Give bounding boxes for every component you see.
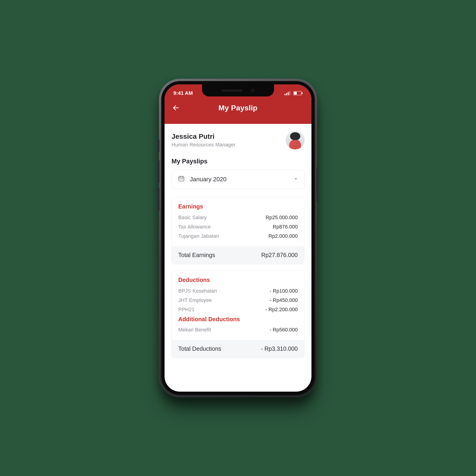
deductions-row: BPJS Kesehatan - Rp100.000 [178, 288, 298, 294]
chevron-down-icon [293, 176, 298, 183]
additional-deductions-heading: Additional Deductions [178, 316, 298, 323]
deductions-row: Mekari Benefit - Rp560.000 [178, 327, 298, 333]
deductions-total: Total Deductions - Rp3.310.000 [172, 340, 304, 358]
period-label: January 2020 [190, 176, 289, 183]
profile-role: Human Resources Manager [171, 142, 236, 148]
deductions-heading: Deductions [178, 277, 298, 283]
svg-rect-1 [286, 93, 287, 95]
svg-rect-3 [289, 91, 290, 95]
avatar[interactable] [286, 131, 305, 150]
phone-frame: 9:41 AM [159, 79, 317, 397]
phone-side-button [158, 160, 159, 183]
earnings-heading: Earnings [178, 203, 298, 210]
svg-rect-2 [288, 92, 289, 95]
row-label: Mekari Benefit [178, 327, 211, 333]
row-label: JHT Employee [178, 297, 212, 303]
total-value: Rp27.876.000 [261, 252, 298, 258]
row-value: Rp25.000.000 [266, 215, 298, 221]
row-label: BPJS Kesehatan [178, 288, 217, 294]
row-label: PPH21 [178, 306, 195, 313]
profile-name: Jessica Putri [171, 133, 236, 140]
svg-point-11 [180, 179, 181, 180]
deductions-row: JHT Employee - Rp450.000 [178, 297, 298, 303]
deductions-row: PPH21 - Rp2.200.000 [178, 306, 298, 313]
earnings-row: Basic Salary Rp25.000.000 [178, 215, 298, 221]
row-value: - Rp560.000 [270, 327, 298, 333]
row-label: Basic Salary [178, 215, 207, 221]
total-label: Total Earnings [178, 252, 215, 258]
back-button[interactable] [170, 102, 181, 113]
phone-side-button [158, 188, 159, 211]
earnings-total: Total Earnings Rp27.876.000 [172, 246, 304, 264]
deductions-card: Deductions BPJS Kesehatan - Rp100.000 JH… [171, 270, 305, 358]
earnings-card: Earnings Basic Salary Rp25.000.000 Tax A… [171, 197, 305, 264]
total-value: - Rp3.310.000 [261, 345, 298, 352]
calendar-icon [178, 175, 185, 184]
battery-icon [293, 91, 303, 95]
row-value: - Rp450.000 [270, 297, 298, 303]
arrow-left-icon [172, 104, 180, 112]
svg-rect-0 [285, 94, 285, 95]
svg-rect-5 [302, 92, 303, 94]
period-select[interactable]: January 2020 [171, 170, 305, 189]
row-label: Tujangan Jabatan [178, 233, 219, 239]
screen: 9:41 AM [165, 84, 311, 392]
phone-side-button [317, 167, 318, 202]
phone-notch [202, 84, 274, 96]
row-value: Rp876.000 [273, 224, 298, 230]
profile-section: Jessica Putri Human Resources Manager [171, 131, 305, 150]
row-value: Rp2.000.000 [269, 233, 298, 239]
status-time: 9:41 AM [173, 90, 193, 96]
row-label: Tax Allowance [178, 224, 211, 230]
phone-side-button [158, 139, 159, 152]
svg-point-12 [181, 179, 182, 180]
content: Jessica Putri Human Resources Manager My… [165, 124, 311, 358]
svg-point-13 [182, 179, 183, 180]
row-value: - Rp100.000 [270, 288, 298, 294]
total-label: Total Deductions [178, 345, 221, 352]
svg-rect-6 [294, 92, 297, 95]
signal-icon [285, 91, 291, 95]
section-title: My Payslips [171, 158, 305, 165]
earnings-row: Tujangan Jabatan Rp2.000.000 [178, 233, 298, 239]
earnings-row: Tax Allowance Rp876.000 [178, 224, 298, 230]
row-value: - Rp2.200.000 [265, 306, 298, 313]
page-title: My Payslip [165, 104, 311, 112]
svg-rect-7 [179, 176, 184, 181]
